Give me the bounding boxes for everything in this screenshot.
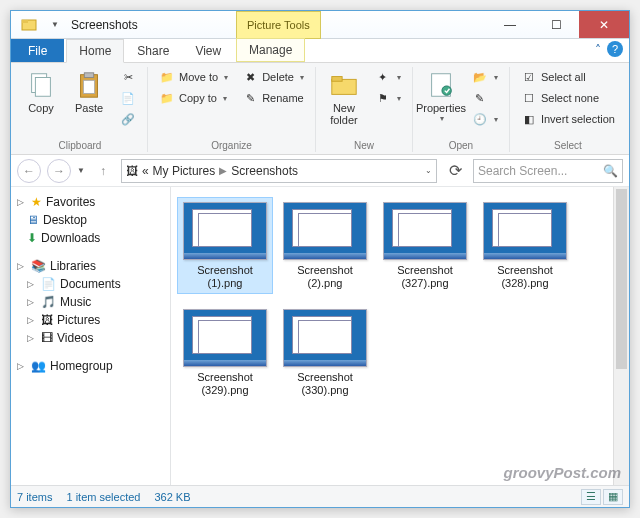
nav-homegroup[interactable]: ▷👥Homegroup xyxy=(13,357,168,375)
details-view-button[interactable]: ☰ xyxy=(581,489,601,505)
tab-share[interactable]: Share xyxy=(124,39,182,62)
move-to-icon: 📁 xyxy=(159,69,175,85)
help-button[interactable]: ? xyxy=(607,41,623,57)
back-button[interactable]: ← xyxy=(17,159,41,183)
window-controls: — ☐ ✕ xyxy=(487,11,629,38)
up-button[interactable]: ↑ xyxy=(91,159,115,183)
open-button[interactable]: 📂 xyxy=(467,67,503,87)
select-none-icon: ☐ xyxy=(521,90,537,106)
breadcrumb-root[interactable]: « xyxy=(142,164,149,178)
file-thumbnail xyxy=(183,309,267,367)
cut-button[interactable]: ✂ xyxy=(115,67,141,87)
copy-button[interactable]: Copy xyxy=(19,67,63,117)
file-thumbnail xyxy=(383,202,467,260)
file-item[interactable]: Screenshot (327).png xyxy=(377,197,473,294)
group-label: Clipboard xyxy=(59,139,102,152)
select-none-button[interactable]: ☐Select none xyxy=(516,88,620,108)
nav-videos[interactable]: ▷🎞Videos xyxy=(13,329,168,347)
group-label: Select xyxy=(554,139,582,152)
nav-music[interactable]: ▷🎵Music xyxy=(13,293,168,311)
tab-home[interactable]: Home xyxy=(66,39,124,63)
items-view: Screenshot (1).pngScreenshot (2).pngScre… xyxy=(177,197,623,402)
close-button[interactable]: ✕ xyxy=(579,11,629,38)
svg-point-10 xyxy=(442,86,451,95)
navigation-pane[interactable]: ▷★Favorites 🖥Desktop ⬇Downloads ▷📚Librar… xyxy=(11,187,171,485)
delete-button[interactable]: ✖Delete xyxy=(237,67,309,87)
recent-locations-dropdown[interactable]: ▼ xyxy=(77,166,85,175)
svg-rect-8 xyxy=(332,77,342,82)
forward-button[interactable]: → xyxy=(47,159,71,183)
refresh-button[interactable]: ⟳ xyxy=(443,159,467,183)
paste-button[interactable]: Paste xyxy=(67,67,111,117)
new-item-button[interactable]: ✦ xyxy=(370,67,406,87)
file-thumbnail xyxy=(183,202,267,260)
easy-access-button[interactable]: ⚑ xyxy=(370,88,406,108)
new-folder-button[interactable]: New folder xyxy=(322,67,366,129)
system-menu-icon[interactable] xyxy=(11,11,47,38)
tab-manage[interactable]: Manage xyxy=(236,38,305,62)
nav-downloads[interactable]: ⬇Downloads xyxy=(13,229,168,247)
nav-documents[interactable]: ▷📄Documents xyxy=(13,275,168,293)
breadcrumb-parent[interactable]: My Pictures xyxy=(153,164,216,178)
music-icon: 🎵 xyxy=(41,295,56,309)
copy-to-button[interactable]: 📁Copy to xyxy=(154,88,233,108)
file-name: Screenshot (329).png xyxy=(182,371,268,396)
svg-rect-6 xyxy=(83,80,94,93)
svg-rect-1 xyxy=(22,20,28,23)
rename-button[interactable]: ✎Rename xyxy=(237,88,309,108)
search-input[interactable]: Search Screen... 🔍 xyxy=(473,159,623,183)
maximize-button[interactable]: ☐ xyxy=(533,11,579,38)
history-button[interactable]: 🕘 xyxy=(467,109,503,129)
nav-pictures[interactable]: ▷🖼Pictures xyxy=(13,311,168,329)
tab-view[interactable]: View xyxy=(182,39,234,62)
paste-icon xyxy=(74,70,104,100)
libraries-icon: 📚 xyxy=(31,259,46,273)
chevron-right-icon[interactable]: ▶ xyxy=(219,165,227,176)
file-item[interactable]: Screenshot (2).png xyxy=(277,197,373,294)
copy-path-button[interactable]: 📄 xyxy=(115,88,141,108)
breadcrumb-current[interactable]: Screenshots xyxy=(231,164,298,178)
status-size: 362 KB xyxy=(154,491,190,503)
select-all-button[interactable]: ☑Select all xyxy=(516,67,620,87)
rename-icon: ✎ xyxy=(242,90,258,106)
address-bar[interactable]: 🖼 « My Pictures ▶ Screenshots ⌄ xyxy=(121,159,437,183)
ribbon-tabs: File Home Share View Manage ˄ ? xyxy=(11,39,629,63)
downloads-icon: ⬇ xyxy=(27,231,37,245)
history-icon: 🕘 xyxy=(472,111,488,127)
copy-to-icon: 📁 xyxy=(159,90,175,106)
nav-favorites[interactable]: ▷★Favorites xyxy=(13,193,168,211)
address-dropdown[interactable]: ⌄ xyxy=(425,166,432,175)
file-item[interactable]: Screenshot (328).png xyxy=(477,197,573,294)
svg-rect-3 xyxy=(35,78,50,97)
titlebar: ▼ Screenshots Picture Tools — ☐ ✕ xyxy=(11,11,629,39)
file-thumbnail xyxy=(283,202,367,260)
move-to-button[interactable]: 📁Move to xyxy=(154,67,233,87)
invert-selection-button[interactable]: ◧Invert selection xyxy=(516,109,620,129)
status-item-count: 7 items xyxy=(17,491,52,503)
scrollbar-thumb[interactable] xyxy=(616,189,627,369)
file-item[interactable]: Screenshot (1).png xyxy=(177,197,273,294)
edit-button[interactable]: ✎ xyxy=(467,88,503,108)
file-name: Screenshot (330).png xyxy=(282,371,368,396)
file-item[interactable]: Screenshot (330).png xyxy=(277,304,373,401)
thumbnails-view-button[interactable]: ▦ xyxy=(603,489,623,505)
nav-libraries[interactable]: ▷📚Libraries xyxy=(13,257,168,275)
properties-button[interactable]: Properties xyxy=(419,67,463,126)
edit-icon: ✎ xyxy=(472,90,488,106)
search-icon: 🔍 xyxy=(603,164,618,178)
shortcut-icon: 🔗 xyxy=(120,111,136,127)
explorer-window: ▼ Screenshots Picture Tools — ☐ ✕ File H… xyxy=(10,10,630,508)
collapse-ribbon-button[interactable]: ˄ xyxy=(595,43,601,57)
minimize-button[interactable]: — xyxy=(487,11,533,38)
quick-access-dropdown[interactable]: ▼ xyxy=(47,11,63,38)
vertical-scrollbar[interactable] xyxy=(613,187,629,485)
folder-icon: 🖼 xyxy=(126,164,138,178)
content-pane[interactable]: Screenshot (1).pngScreenshot (2).pngScre… xyxy=(171,187,629,485)
group-label: Organize xyxy=(211,139,252,152)
file-item[interactable]: Screenshot (329).png xyxy=(177,304,273,401)
paste-shortcut-button[interactable]: 🔗 xyxy=(115,109,141,129)
nav-desktop[interactable]: 🖥Desktop xyxy=(13,211,168,229)
contextual-tab-header: Picture Tools xyxy=(236,11,321,39)
tab-file[interactable]: File xyxy=(11,39,64,62)
file-name: Screenshot (327).png xyxy=(382,264,468,289)
